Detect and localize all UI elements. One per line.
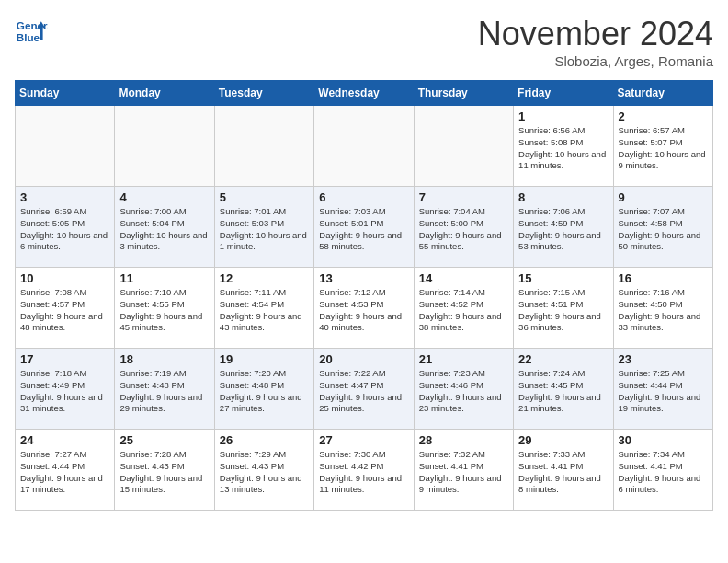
- day-info: Sunrise: 7:18 AM Sunset: 4:49 PM Dayligh…: [20, 368, 109, 415]
- day-info: Sunrise: 7:10 AM Sunset: 4:55 PM Dayligh…: [119, 287, 209, 334]
- day-info: Sunrise: 6:57 AM Sunset: 5:07 PM Dayligh…: [619, 125, 708, 172]
- day-info: Sunrise: 7:22 AM Sunset: 4:47 PM Dayligh…: [319, 368, 408, 415]
- day-info: Sunrise: 7:06 AM Sunset: 4:59 PM Dayligh…: [518, 206, 608, 253]
- day-number: 28: [419, 433, 508, 447]
- day-number: 24: [20, 433, 109, 447]
- logo-icon: General Blue: [15, 15, 48, 48]
- calendar-cell: 16Sunrise: 7:16 AM Sunset: 4:50 PM Dayli…: [613, 268, 712, 349]
- calendar-cell: 24Sunrise: 7:27 AM Sunset: 4:44 PM Dayli…: [16, 430, 115, 511]
- calendar-cell: 10Sunrise: 7:08 AM Sunset: 4:57 PM Dayli…: [16, 268, 115, 349]
- day-number: 15: [518, 271, 608, 285]
- day-number: 22: [518, 352, 608, 366]
- calendar-cell: [314, 106, 414, 187]
- day-number: 14: [419, 271, 508, 285]
- day-number: 19: [220, 352, 309, 366]
- day-number: 17: [20, 352, 109, 366]
- calendar-cell: 15Sunrise: 7:15 AM Sunset: 4:51 PM Dayli…: [514, 268, 613, 349]
- calendar-cell: 4Sunrise: 7:00 AM Sunset: 5:04 PM Daylig…: [115, 187, 214, 268]
- location-subtitle: Slobozia, Arges, Romania: [478, 53, 713, 69]
- calendar-cell: 26Sunrise: 7:29 AM Sunset: 4:43 PM Dayli…: [214, 430, 313, 511]
- weekday-header-wednesday: Wednesday: [314, 81, 414, 106]
- day-number: 29: [518, 433, 608, 447]
- day-number: 9: [619, 190, 708, 204]
- day-number: 5: [220, 190, 309, 204]
- calendar-cell: 12Sunrise: 7:11 AM Sunset: 4:54 PM Dayli…: [214, 268, 313, 349]
- day-info: Sunrise: 7:29 AM Sunset: 4:43 PM Dayligh…: [220, 449, 309, 496]
- calendar-cell: [115, 106, 214, 187]
- calendar-cell: 29Sunrise: 7:33 AM Sunset: 4:41 PM Dayli…: [514, 430, 613, 511]
- day-number: 16: [619, 271, 708, 285]
- calendar-cell: 8Sunrise: 7:06 AM Sunset: 4:59 PM Daylig…: [514, 187, 613, 268]
- day-info: Sunrise: 7:20 AM Sunset: 4:48 PM Dayligh…: [220, 368, 309, 415]
- weekday-header-monday: Monday: [115, 81, 214, 106]
- day-info: Sunrise: 7:08 AM Sunset: 4:57 PM Dayligh…: [20, 287, 109, 334]
- weekday-header-tuesday: Tuesday: [214, 81, 313, 106]
- calendar-cell: 11Sunrise: 7:10 AM Sunset: 4:55 PM Dayli…: [115, 268, 214, 349]
- day-number: 6: [319, 190, 408, 204]
- day-info: Sunrise: 7:16 AM Sunset: 4:50 PM Dayligh…: [619, 287, 708, 334]
- calendar-week-row: 3Sunrise: 6:59 AM Sunset: 5:05 PM Daylig…: [16, 187, 713, 268]
- calendar-cell: 13Sunrise: 7:12 AM Sunset: 4:53 PM Dayli…: [314, 268, 414, 349]
- day-info: Sunrise: 7:19 AM Sunset: 4:48 PM Dayligh…: [119, 368, 209, 415]
- calendar-cell: [16, 106, 115, 187]
- calendar-cell: 5Sunrise: 7:01 AM Sunset: 5:03 PM Daylig…: [214, 187, 313, 268]
- day-info: Sunrise: 7:28 AM Sunset: 4:43 PM Dayligh…: [119, 449, 209, 496]
- day-number: 4: [119, 190, 209, 204]
- calendar-cell: 18Sunrise: 7:19 AM Sunset: 4:48 PM Dayli…: [115, 349, 214, 430]
- day-info: Sunrise: 7:23 AM Sunset: 4:46 PM Dayligh…: [419, 368, 508, 415]
- day-info: Sunrise: 7:25 AM Sunset: 4:44 PM Dayligh…: [619, 368, 708, 415]
- calendar-cell: [414, 106, 513, 187]
- day-number: 3: [20, 190, 109, 204]
- calendar-cell: 6Sunrise: 7:03 AM Sunset: 5:01 PM Daylig…: [314, 187, 414, 268]
- day-info: Sunrise: 7:15 AM Sunset: 4:51 PM Dayligh…: [518, 287, 608, 334]
- calendar-cell: 30Sunrise: 7:34 AM Sunset: 4:41 PM Dayli…: [613, 430, 712, 511]
- calendar-cell: 3Sunrise: 6:59 AM Sunset: 5:05 PM Daylig…: [16, 187, 115, 268]
- calendar-cell: 22Sunrise: 7:24 AM Sunset: 4:45 PM Dayli…: [514, 349, 613, 430]
- calendar-cell: 27Sunrise: 7:30 AM Sunset: 4:42 PM Dayli…: [314, 430, 414, 511]
- weekday-header-friday: Friday: [514, 81, 613, 106]
- calendar-body: 1Sunrise: 6:56 AM Sunset: 5:08 PM Daylig…: [16, 106, 713, 511]
- calendar-cell: 20Sunrise: 7:22 AM Sunset: 4:47 PM Dayli…: [314, 349, 414, 430]
- calendar-week-row: 24Sunrise: 7:27 AM Sunset: 4:44 PM Dayli…: [16, 430, 713, 511]
- weekday-header-saturday: Saturday: [613, 81, 712, 106]
- day-info: Sunrise: 7:24 AM Sunset: 4:45 PM Dayligh…: [518, 368, 608, 415]
- day-info: Sunrise: 7:32 AM Sunset: 4:41 PM Dayligh…: [419, 449, 508, 496]
- day-number: 30: [619, 433, 708, 447]
- calendar-cell: 2Sunrise: 6:57 AM Sunset: 5:07 PM Daylig…: [613, 106, 712, 187]
- calendar-cell: 1Sunrise: 6:56 AM Sunset: 5:08 PM Daylig…: [514, 106, 613, 187]
- day-info: Sunrise: 7:11 AM Sunset: 4:54 PM Dayligh…: [220, 287, 309, 334]
- day-number: 13: [319, 271, 408, 285]
- title-block: November 2024 Slobozia, Arges, Romania: [478, 15, 713, 69]
- calendar-cell: 17Sunrise: 7:18 AM Sunset: 4:49 PM Dayli…: [16, 349, 115, 430]
- calendar-week-row: 1Sunrise: 6:56 AM Sunset: 5:08 PM Daylig…: [16, 106, 713, 187]
- day-info: Sunrise: 6:56 AM Sunset: 5:08 PM Dayligh…: [518, 125, 608, 172]
- day-number: 12: [220, 271, 309, 285]
- svg-text:Blue: Blue: [17, 31, 40, 43]
- weekday-header-thursday: Thursday: [414, 81, 513, 106]
- day-number: 23: [619, 352, 708, 366]
- calendar-cell: 25Sunrise: 7:28 AM Sunset: 4:43 PM Dayli…: [115, 430, 214, 511]
- calendar-cell: [214, 106, 313, 187]
- day-info: Sunrise: 7:07 AM Sunset: 4:58 PM Dayligh…: [619, 206, 708, 253]
- day-number: 26: [220, 433, 309, 447]
- month-title: November 2024: [478, 15, 713, 53]
- day-info: Sunrise: 7:33 AM Sunset: 4:41 PM Dayligh…: [518, 449, 608, 496]
- day-info: Sunrise: 7:04 AM Sunset: 5:00 PM Dayligh…: [419, 206, 508, 253]
- calendar-header-row: SundayMondayTuesdayWednesdayThursdayFrid…: [16, 81, 713, 106]
- calendar-cell: 19Sunrise: 7:20 AM Sunset: 4:48 PM Dayli…: [214, 349, 313, 430]
- calendar-cell: 14Sunrise: 7:14 AM Sunset: 4:52 PM Dayli…: [414, 268, 513, 349]
- calendar-cell: 23Sunrise: 7:25 AM Sunset: 4:44 PM Dayli…: [613, 349, 712, 430]
- page-header: General Blue November 2024 Slobozia, Arg…: [15, 15, 713, 69]
- calendar-week-row: 17Sunrise: 7:18 AM Sunset: 4:49 PM Dayli…: [16, 349, 713, 430]
- calendar-cell: 7Sunrise: 7:04 AM Sunset: 5:00 PM Daylig…: [414, 187, 513, 268]
- day-number: 1: [518, 109, 608, 123]
- logo: General Blue: [15, 15, 48, 48]
- day-info: Sunrise: 6:59 AM Sunset: 5:05 PM Dayligh…: [20, 206, 109, 253]
- day-number: 8: [518, 190, 608, 204]
- day-info: Sunrise: 7:00 AM Sunset: 5:04 PM Dayligh…: [119, 206, 209, 253]
- day-info: Sunrise: 7:14 AM Sunset: 4:52 PM Dayligh…: [419, 287, 508, 334]
- day-number: 7: [419, 190, 508, 204]
- day-number: 11: [119, 271, 209, 285]
- day-number: 21: [419, 352, 508, 366]
- calendar-week-row: 10Sunrise: 7:08 AM Sunset: 4:57 PM Dayli…: [16, 268, 713, 349]
